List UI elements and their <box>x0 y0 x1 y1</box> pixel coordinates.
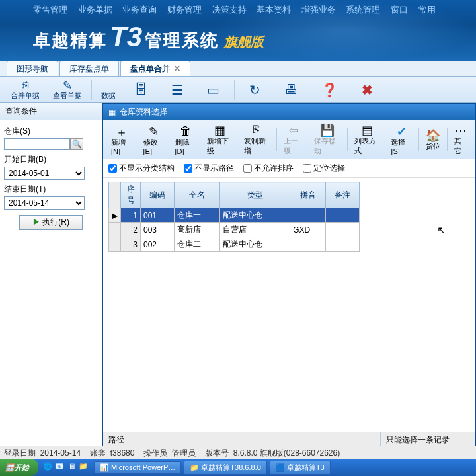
tab-graph-nav[interactable]: 图形导航 <box>7 61 58 76</box>
taskbar: 🪟 开始 🌐 📧 🖥 📁 📊 Microsoft PowerP… 📁 卓越精算T… <box>0 459 476 476</box>
check-icon: ✔ <box>397 124 407 138</box>
data-button[interactable]: ≣数据 <box>101 79 116 100</box>
view-button[interactable]: ✎查看单据 <box>53 79 82 100</box>
up-level-button: ⇦上一级 <box>278 122 309 157</box>
add-child-button[interactable]: ▦新增下级 <box>202 122 239 157</box>
db-icon[interactable]: 🗄 <box>134 82 147 97</box>
task-button[interactable]: 🟦 卓越精算T3 <box>270 461 331 475</box>
view-icon: ✎ <box>61 79 73 91</box>
ql-icon[interactable]: 📧 <box>54 462 65 473</box>
add-button[interactable]: ＋新增[N] <box>106 123 138 157</box>
execute-button[interactable]: 执行(R) <box>19 215 83 230</box>
brand: 卓越精算 T3 管理系统 旗舰版 <box>0 16 476 53</box>
start-button[interactable]: 🪟 开始 <box>0 459 38 476</box>
locate-sel-checkbox[interactable]: 定位选择 <box>303 163 345 174</box>
account-set: 账套 t38680 <box>90 448 134 457</box>
menu-finance[interactable]: 财务管理 <box>167 5 202 15</box>
task-button[interactable]: 📁 卓越精算T38.6.8.0 <box>184 461 267 475</box>
dialog-icon: ▦ <box>108 108 116 117</box>
add-child-icon: ▦ <box>214 123 225 136</box>
menu-window[interactable]: 窗口 <box>391 5 408 15</box>
sidebar-header: 查询条件 <box>0 103 102 120</box>
copy-icon: ⎘ <box>253 123 260 136</box>
refresh-icon[interactable]: ↻ <box>249 82 260 98</box>
quicklaunch: 🌐 📧 🖥 📁 <box>42 462 89 473</box>
warehouse-select-dialog: ▦ 仓库资料选择 ＋新增[N] ✎修改[E] 🗑删除[D] ▦新增下级 ⎘复制新… <box>102 103 476 447</box>
tab-merge[interactable]: 盘点单合并✕ <box>120 61 190 76</box>
edit-icon: ✎ <box>149 124 159 138</box>
brand-text-2: 管理系统 <box>145 29 219 52</box>
other-icon: ⋯ <box>455 123 467 136</box>
close-icon[interactable]: ✕ <box>174 64 180 73</box>
hint-label: 只能选择一条记录 <box>381 432 475 446</box>
task-button[interactable]: 📊 Microsoft PowerP… <box>94 461 181 474</box>
form-icon[interactable]: ▭ <box>207 82 219 98</box>
menu-system[interactable]: 系统管理 <box>346 5 380 15</box>
menu-decision[interactable]: 决策支持 <box>212 5 247 15</box>
other-button[interactable]: ⋯其它 <box>449 122 473 157</box>
close-x-icon[interactable]: ✖ <box>362 82 373 98</box>
data-icon: ≣ <box>102 79 114 91</box>
menu-common[interactable]: 常用 <box>418 5 436 15</box>
start-date-combo[interactable]: 2014-05-01 <box>4 167 85 180</box>
top-menu: 零售管理 业务单据 业务查询 财务管理 决策支持 基本资料 增强业务 系统管理 … <box>0 0 476 16</box>
dialog-title: ▦ 仓库资料选择 <box>103 104 475 120</box>
warehouse-input[interactable] <box>4 138 70 150</box>
location-button[interactable]: 🏠货位 <box>420 127 446 153</box>
table-row[interactable]: ▶1001仓库一配送中心仓 <box>109 208 360 223</box>
tab-inventory[interactable]: 库存盘点单 <box>60 61 119 76</box>
grid-header: 序号 编码 全名 类型 拼音 备注 <box>109 182 360 208</box>
ql-icon[interactable]: 🖥 <box>66 462 77 473</box>
merge-button[interactable]: ⎘合并单据 <box>11 79 40 100</box>
up-icon: ⇦ <box>289 123 299 136</box>
app-banner: 零售管理 业务单据 业务查询 财务管理 决策支持 基本资料 增强业务 系统管理 … <box>0 0 476 61</box>
operator: 操作员 管理员 <box>143 448 196 457</box>
hide-path-checkbox[interactable]: 不显示路径 <box>184 163 234 174</box>
menu-retail[interactable]: 零售管理 <box>33 5 67 15</box>
save-icon: 💾 <box>320 123 335 136</box>
sidebar: 查询条件 仓库(S) 🔍 开始日期(B) 2014-05-01 结束日期(T) … <box>0 103 102 447</box>
dialog-toolbar: ＋新增[N] ✎修改[E] 🗑删除[D] ▦新增下级 ⎘复制新增 ⇦上一级 💾保… <box>103 120 475 159</box>
delete-button[interactable]: 🗑删除[D] <box>170 123 202 157</box>
location-icon: 🏠 <box>426 128 440 141</box>
ql-icon[interactable]: 🌐 <box>42 462 53 473</box>
login-date: 登录日期 2014-05-14 <box>4 448 81 457</box>
save-move-button: 💾保存移动 <box>309 122 346 157</box>
warehouse-grid[interactable]: 序号 编码 全名 类型 拼音 备注 ▶1001仓库一配送中心仓 2003高新店自… <box>108 182 360 252</box>
start-date-label: 开始日期(B) <box>4 154 98 165</box>
page-tabs: 图形导航 库存盘点单 盘点单合并✕ <box>0 61 476 77</box>
menu-biz-doc[interactable]: 业务单据 <box>78 5 112 15</box>
no-sort-checkbox[interactable]: 不允许排序 <box>243 163 294 174</box>
warehouse-label: 仓库(S) <box>4 126 98 137</box>
menu-enhance[interactable]: 增强业务 <box>301 5 336 15</box>
trash-icon: 🗑 <box>180 124 192 138</box>
filter-row: 不显示分类结构 不显示路径 不允许排序 定位选择 <box>103 159 475 178</box>
copy-add-button[interactable]: ⎘复制新增 <box>239 122 276 157</box>
help-icon[interactable]: ❓ <box>321 82 338 98</box>
version: 版本号 8.6.8.0 旗舰版(028-66072626) <box>205 448 340 457</box>
hide-tree-checkbox[interactable]: 不显示分类结构 <box>108 163 175 174</box>
edit-button[interactable]: ✎修改[E] <box>138 123 170 157</box>
path-label: 路径 <box>103 432 381 446</box>
table-row[interactable]: 3002仓库二配送中心仓 <box>109 237 360 252</box>
list-icon[interactable]: ☰ <box>171 82 183 98</box>
list-mode-button[interactable]: ▤列表方式 <box>349 122 386 157</box>
menu-basic[interactable]: 基本资料 <box>257 5 291 15</box>
end-date-combo[interactable]: 2014-05-14 <box>4 196 85 210</box>
brand-text-1: 卓越精算 <box>33 29 107 52</box>
menu-biz-query[interactable]: 业务查询 <box>122 5 157 15</box>
app-statusbar: 登录日期 2014-05-14 账套 t38680 操作员 管理员 版本号 8.… <box>0 446 476 459</box>
dialog-statusbar: 路径 只能选择一条记录 <box>103 432 475 446</box>
list-mode-icon: ▤ <box>362 123 373 136</box>
main-toolbar: ⎘合并单据 ✎查看单据 ≣数据 🗄 ☰ ▭ ↻ 🖶 ❓ ✖ <box>0 77 476 103</box>
print-icon[interactable]: 🖶 <box>284 82 298 97</box>
search-button[interactable]: 🔍 <box>70 138 83 150</box>
add-icon: ＋ <box>116 124 128 138</box>
select-button[interactable]: ✔选择[S] <box>385 123 417 157</box>
cursor-icon: ↖ <box>437 224 446 237</box>
end-date-label: 结束日期(T) <box>4 184 98 195</box>
ql-icon[interactable]: 📁 <box>78 462 89 473</box>
brand-edition: 旗舰版 <box>224 33 264 51</box>
brand-t3: T3 <box>110 21 142 53</box>
table-row[interactable]: 2003高新店自营店GXD <box>109 223 360 237</box>
